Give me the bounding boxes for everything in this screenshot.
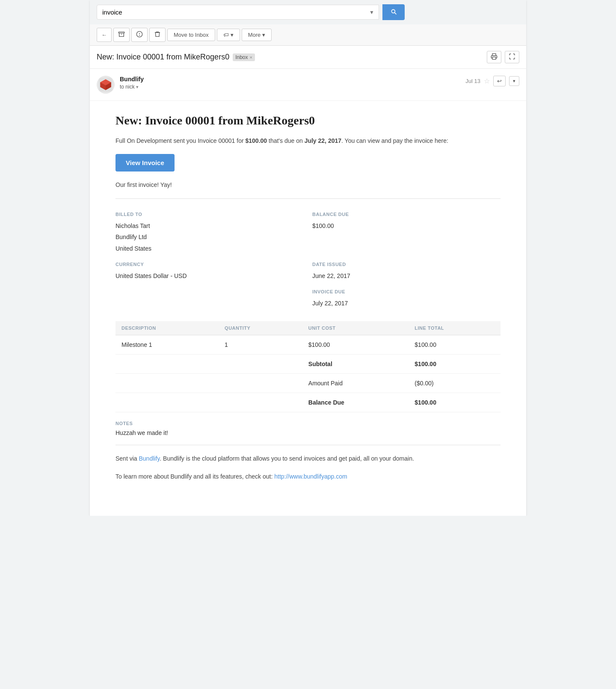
email-container: Bundlify to nick ▾ Jul 13 ☆ ↩ ▾ (90, 69, 526, 516)
expand-icon (509, 54, 515, 61)
bundlify-url-link[interactable]: http://www.bundlifyapp.com (274, 473, 347, 480)
row-description: Milestone 1 (116, 335, 219, 354)
invoice-table: DESCRIPTION QUANTITY UNIT COST LINE TOTA… (116, 321, 500, 412)
amount-paid-value: ($0.00) (409, 373, 500, 393)
billed-to-block: BILLED TO Nicholas Tart Bundlify Ltd Uni… (116, 212, 304, 253)
email-subject-left: New: Invoice 00001 from MikeRogers0 Inbo… (97, 53, 255, 62)
invoice-info-grid: BILLED TO Nicholas Tart Bundlify Ltd Uni… (116, 212, 500, 308)
dates-block: DATE ISSUED June 22, 2017 INVOICE DUE Ju… (312, 262, 500, 308)
toolbar-icon-group: ← (97, 28, 166, 42)
amount-paid-label: Amount Paid (302, 373, 409, 393)
currency-value: United States Dollar - USD (116, 271, 304, 281)
inbox-badge-label: Inbox (235, 54, 248, 60)
move-to-inbox-button[interactable]: Move to Inbox (167, 29, 215, 41)
print-icon (491, 54, 498, 61)
delete-icon (154, 31, 161, 39)
billed-to-name: Nicholas Tart (116, 221, 304, 231)
inbox-badge-close-icon[interactable]: × (250, 55, 252, 60)
to-dropdown-icon[interactable]: ▾ (136, 84, 139, 89)
currency-block: CURRENCY United States Dollar - USD (116, 262, 304, 308)
col-unit-cost: UNIT COST (302, 321, 409, 335)
date-issued-block: DATE ISSUED June 22, 2017 (312, 262, 500, 281)
print-button[interactable] (487, 51, 501, 63)
inbox-badge: Inbox × (233, 53, 255, 61)
search-input[interactable] (97, 5, 365, 19)
footer-line-1: Sent via Bundlify. Bundlify is the cloud… (116, 454, 500, 463)
table-row: Milestone 1 1 $100.00 $100.00 (116, 335, 500, 354)
email-footer: Sent via Bundlify. Bundlify is the cloud… (116, 445, 500, 482)
email-heading: New: Invoice 00001 from MikeRogers0 (116, 114, 500, 127)
sender-avatar-icon (98, 77, 113, 92)
labels-dropdown-arrow-icon: ▾ (231, 32, 234, 38)
back-button[interactable]: ← (97, 28, 112, 42)
search-bar: ▼ (90, 0, 526, 24)
billed-to-company: Bundlify Ltd (116, 232, 304, 242)
svg-point-3 (139, 35, 140, 35)
billed-to-label: BILLED TO (116, 212, 304, 217)
subtotal-value: $100.00 (409, 354, 500, 373)
back-icon: ← (101, 32, 107, 38)
balance-due-empty (116, 393, 302, 412)
notes-section: NOTES Huzzah we made it! (116, 412, 500, 445)
spam-button[interactable] (131, 28, 148, 42)
amount-paid-row: Amount Paid ($0.00) (116, 373, 500, 393)
search-input-wrap: ▼ (97, 5, 379, 20)
amount-paid-empty (116, 373, 302, 393)
email-subject-bar: New: Invoice 00001 from MikeRogers0 Inbo… (90, 46, 526, 69)
invoice-due-block: INVOICE DUE July 22, 2017 (312, 289, 500, 308)
subtotal-row: Subtotal $100.00 (116, 354, 500, 373)
view-invoice-label: View Invoice (126, 159, 164, 166)
sender-details: Bundlify to nick ▾ (120, 76, 144, 90)
more-button[interactable]: More ▾ (242, 29, 272, 41)
col-line-total: LINE TOTAL (409, 321, 500, 335)
avatar (97, 76, 115, 94)
search-button[interactable] (382, 4, 405, 20)
balance-due-row: Balance Due $100.00 (116, 393, 500, 412)
email-subject-right (487, 51, 519, 63)
notes-label: NOTES (116, 421, 500, 426)
balance-due-block: BALANCE DUE $100.00 (312, 212, 500, 253)
star-icon[interactable]: ☆ (484, 77, 490, 85)
email-meta-right: Jul 13 ☆ ↩ ▾ (465, 76, 519, 86)
svg-rect-0 (118, 32, 124, 33)
delete-button[interactable] (149, 28, 166, 42)
email-more-dropdown-button[interactable]: ▾ (509, 76, 519, 86)
search-dropdown-arrow-icon[interactable]: ▼ (365, 6, 379, 19)
more-label: More (248, 32, 261, 38)
reply-icon: ↩ (497, 78, 502, 84)
email-header: Bundlify to nick ▾ Jul 13 ☆ ↩ ▾ (90, 69, 526, 101)
svg-rect-4 (492, 57, 496, 59)
row-quantity: 1 (219, 335, 302, 354)
first-invoice-text: Our first invoice! Yay! (116, 180, 500, 189)
balance-due-summary-value: $100.00 (409, 393, 500, 412)
view-invoice-button[interactable]: View Invoice (116, 154, 175, 172)
col-description: DESCRIPTION (116, 321, 219, 335)
billed-to-country: United States (116, 244, 304, 253)
currency-label: CURRENCY (116, 262, 304, 267)
notes-value: Huzzah we made it! (116, 429, 500, 436)
invoice-table-header: DESCRIPTION QUANTITY UNIT COST LINE TOTA… (116, 321, 500, 335)
invoice-table-header-row: DESCRIPTION QUANTITY UNIT COST LINE TOTA… (116, 321, 500, 335)
search-icon (390, 8, 397, 15)
invoice-due-value: July 22, 2017 (312, 299, 500, 308)
email-subject-title: New: Invoice 00001 from MikeRogers0 (97, 53, 229, 62)
email-body-paragraph: Full On Development sent you Invoice 000… (116, 136, 500, 145)
labels-button[interactable]: 🏷 ▾ (217, 29, 240, 41)
expand-button[interactable] (505, 51, 519, 63)
bundlify-link-1[interactable]: Bundlify (139, 455, 160, 462)
sender-to: to nick ▾ (120, 84, 144, 90)
date-issued-label: DATE ISSUED (312, 262, 500, 267)
footer-line-2: To learn more about Bundlify and all its… (116, 472, 500, 481)
invoice-table-body: Milestone 1 1 $100.00 $100.00 Subtotal $… (116, 335, 500, 412)
email-more-dropdown-icon: ▾ (513, 78, 515, 83)
col-quantity: QUANTITY (219, 321, 302, 335)
balance-due-value: $100.00 (312, 221, 500, 231)
reply-button[interactable]: ↩ (493, 76, 506, 86)
row-line-total: $100.00 (409, 335, 500, 354)
email-body: New: Invoice 00001 from MikeRogers0 Full… (90, 101, 526, 516)
spam-icon (136, 31, 143, 39)
archive-button[interactable] (113, 28, 130, 42)
invoice-due-label: INVOICE DUE (312, 289, 500, 294)
balance-due-summary-label: Balance Due (302, 393, 409, 412)
move-to-inbox-label: Move to Inbox (174, 32, 209, 38)
